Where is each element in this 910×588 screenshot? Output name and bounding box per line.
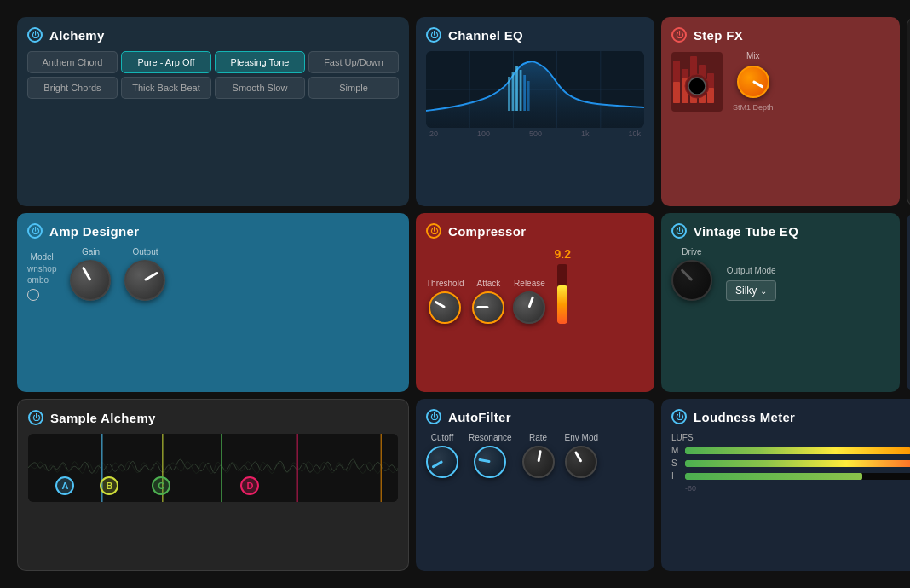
- step-fx-content: Mix StM1 Depth: [671, 51, 890, 112]
- autofilter-header: ⏻ AutoFilter: [426, 409, 644, 424]
- preset-simple[interactable]: Simple: [308, 77, 399, 99]
- autofilter-panel: ⏻ AutoFilter Cutoff Resonance Rate: [416, 399, 654, 571]
- svg-rect-8: [520, 70, 522, 111]
- comp-release-knob[interactable]: [513, 291, 545, 324]
- power-icon-af: ⏻: [430, 413, 438, 421]
- meter-i-label: I: [671, 471, 680, 481]
- meter-axis: -60 12: [671, 484, 910, 493]
- svg-rect-6: [512, 72, 515, 111]
- preset-pleasing-tone[interactable]: Pleasing Tone: [215, 51, 305, 73]
- channel-eq-header: ⏻ Channel EQ: [426, 27, 644, 43]
- autofilter-resonance-knob[interactable]: [474, 446, 506, 478]
- power-icon-amp: ⏻: [32, 228, 39, 235]
- loudness-title: Loudness Meter: [694, 410, 795, 424]
- autofilter-cutoff-group: Cutoff: [426, 433, 458, 478]
- vintage-eq-output-value: Silky: [735, 285, 757, 297]
- svg-rect-5: [508, 77, 510, 111]
- amp-title: Amp Designer: [49, 224, 139, 239]
- alchemy-title: Alchemy: [49, 28, 105, 43]
- power-icon-eq: ⏻: [430, 32, 438, 39]
- autofilter-envmod-label: Env Mod: [565, 433, 598, 442]
- meter-i-bg: [685, 473, 910, 480]
- meter-row-m: M: [671, 446, 910, 455]
- svg-point-22: [688, 78, 706, 95]
- amp-model-value: wnshop ombo: [27, 263, 56, 285]
- meter-i-fill: [685, 473, 862, 480]
- vintage-eq-output-selector[interactable]: Silky ⌄: [726, 280, 776, 301]
- alchemy-power-btn[interactable]: ⏻: [27, 27, 43, 43]
- comp-attack-knob[interactable]: [472, 291, 504, 324]
- amp-output-group: Output: [124, 247, 165, 301]
- step-fx-mix-label: Mix: [746, 51, 760, 61]
- amp-model-group: Model wnshop ombo: [27, 252, 56, 301]
- waveform-display[interactable]: A B C D: [28, 434, 398, 502]
- autofilter-rate-knob[interactable]: [522, 446, 555, 478]
- autofilter-cutoff-knob[interactable]: [426, 446, 458, 478]
- autofilter-envmod-knob[interactable]: [565, 446, 597, 478]
- chevron-down-icon: ⌄: [760, 286, 767, 296]
- sample-alchemy-power-btn[interactable]: ⏻: [28, 410, 43, 425]
- comp-attack-group: Attack: [472, 279, 504, 324]
- power-icon-comp: ⏻: [430, 228, 438, 235]
- vintage-eq-drive-knob[interactable]: [671, 260, 712, 301]
- channel-eq-power-btn[interactable]: ⏻: [426, 27, 441, 43]
- vintage-eq-power-btn[interactable]: ⏻: [671, 223, 687, 239]
- preset-pure-arp[interactable]: Pure - Arp Off: [121, 51, 211, 73]
- loudness-header: ⏻ Loudness Meter: [671, 409, 910, 424]
- preset-bright-chords[interactable]: Bright Chords: [27, 77, 118, 99]
- chromaverb-panel: ⏻ ChromaVerb: [907, 17, 910, 206]
- meter-s-bg: [685, 460, 910, 467]
- step-fx-power-btn[interactable]: ⏻: [671, 27, 687, 43]
- alchemy-panel: ⏻ Alchemy Anthem Chord Pure - Arp Off Pl…: [17, 17, 409, 206]
- meter-s-label: S: [671, 458, 680, 468]
- comp-threshold-knob[interactable]: [429, 291, 461, 324]
- eq-axis-labels: 20 100 500 1k 10k: [426, 128, 644, 138]
- step-fx-panel: ⏻ Step FX: [661, 17, 900, 206]
- lufs-meter: LUFS M S I -60 12: [671, 433, 910, 493]
- amp-power-btn[interactable]: ⏻: [27, 223, 43, 239]
- power-icon-vintage: ⏻: [676, 228, 683, 235]
- vintage-eq-output-group: Output Mode Silky ⌄: [726, 266, 776, 301]
- autofilter-envmod-group: Env Mod: [565, 433, 598, 478]
- comp-meter: [557, 264, 567, 324]
- preset-smooth-slow[interactable]: Smooth Slow: [215, 77, 305, 99]
- svg-rect-10: [527, 81, 530, 111]
- comp-value: 9.2: [554, 247, 570, 261]
- power-icon-sa: ⏻: [32, 414, 40, 422]
- autofilter-power-btn[interactable]: ⏻: [426, 409, 441, 424]
- amp-gain-label: Gain: [82, 247, 100, 257]
- meter-m-fill: [685, 447, 910, 454]
- comp-release-label: Release: [514, 279, 545, 288]
- meter-row-s: S: [671, 458, 910, 468]
- compressor-power-btn[interactable]: ⏻: [426, 223, 441, 239]
- step-fx-title: Step FX: [694, 28, 743, 43]
- eq-label-100: 100: [477, 130, 490, 138]
- comp-attack-label: Attack: [477, 279, 501, 288]
- autofilter-rate-label: Rate: [529, 433, 547, 442]
- power-icon: ⏻: [32, 32, 39, 39]
- step-fx-mix-knob[interactable]: [737, 66, 769, 98]
- sample-alchemy-panel: ⏻ Sample Alchemy A: [17, 399, 409, 571]
- meter-row-i: I: [671, 471, 910, 481]
- amp-output-knob[interactable]: [124, 260, 165, 301]
- amp-designer-panel: ⏻ Amp Designer Model wnshop ombo Gain Ou…: [17, 213, 409, 392]
- eq-display[interactable]: [426, 51, 644, 128]
- amp-output-label: Output: [132, 247, 158, 257]
- main-container: ⏻ Alchemy Anthem Chord Pure - Arp Off Pl…: [0, 0, 910, 588]
- preset-fast-updown[interactable]: Fast Up/Down: [308, 51, 399, 73]
- sample-alchemy-title: Sample Alchemy: [50, 411, 156, 425]
- preset-thick-back[interactable]: Thick Back Beat: [121, 77, 211, 99]
- preset-anthem-chord[interactable]: Anthem Chord: [27, 51, 118, 73]
- comp-value-area: 9.2: [554, 247, 570, 324]
- autofilter-controls: Cutoff Resonance Rate Env Mod: [426, 433, 644, 478]
- vintage-tube-eq-panel: ⏻ Vintage Tube EQ Drive Output Mode Silk…: [661, 213, 900, 392]
- eq-label-20: 20: [429, 130, 438, 138]
- loudness-power-btn[interactable]: ⏻: [671, 409, 687, 424]
- svg-rect-9: [523, 75, 526, 111]
- comp-meter-fill: [557, 285, 567, 325]
- amp-gain-knob[interactable]: [70, 260, 111, 301]
- alchemy-preset-grid: Anthem Chord Pure - Arp Off Pleasing Ton…: [27, 51, 399, 99]
- amp-designer-header: ⏻ Amp Designer: [27, 223, 399, 239]
- compressor-header: ⏻ Compressor: [426, 223, 644, 239]
- amp-model-icon: [27, 289, 39, 301]
